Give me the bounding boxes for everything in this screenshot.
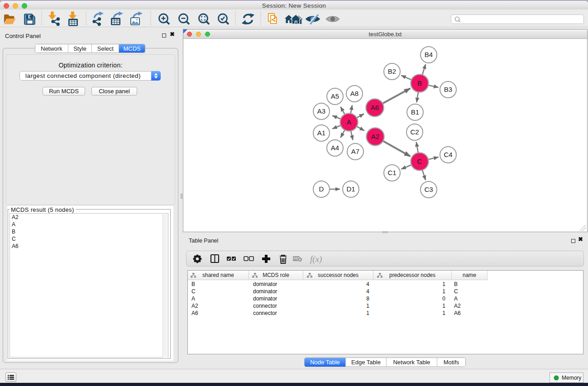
svg-text:C1: C1 xyxy=(387,169,396,176)
svg-text:A7: A7 xyxy=(351,148,359,155)
svg-text:C2: C2 xyxy=(410,128,419,136)
svg-text:f(x): f(x) xyxy=(310,254,322,264)
svg-text:C3: C3 xyxy=(424,186,433,193)
svg-text:A3: A3 xyxy=(317,107,325,115)
svg-text:A1: A1 xyxy=(317,129,325,137)
svg-text:B4: B4 xyxy=(425,51,433,58)
svg-text:B2: B2 xyxy=(388,67,396,75)
svg-text:D1: D1 xyxy=(346,185,355,193)
svg-text:A2: A2 xyxy=(371,133,379,140)
svg-text:B1: B1 xyxy=(411,108,419,116)
svg-text:A4: A4 xyxy=(331,144,339,152)
svg-text:A6: A6 xyxy=(371,104,379,111)
svg-text:B: B xyxy=(417,79,422,87)
svg-text:A5: A5 xyxy=(331,92,339,100)
svg-text:A8: A8 xyxy=(350,90,359,97)
svg-text:C4: C4 xyxy=(444,151,452,158)
svg-text:A: A xyxy=(347,118,351,126)
svg-text:C: C xyxy=(417,157,422,165)
svg-text:B3: B3 xyxy=(444,86,452,93)
svg-text:D: D xyxy=(319,185,324,193)
